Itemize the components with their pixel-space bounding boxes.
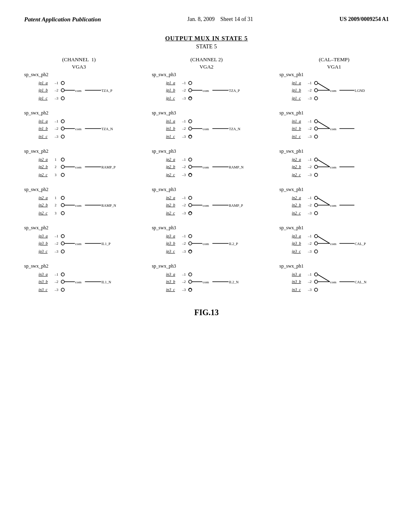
svg-point-12 (61, 97, 65, 100)
svg-text:in2_b: in2_b (166, 203, 175, 207)
sp-label-c3-5: sp_swx_ph1 (280, 225, 389, 231)
mux-diagram-c1-2: in1_a –1 in1_b –2 com TZA_N in1_c –3 (24, 118, 133, 141)
svg-text:–2: –2 (307, 165, 311, 169)
svg-point-229 (314, 280, 317, 283)
svg-text:–1: –1 (307, 119, 311, 123)
sp-label-c2-4: sp_swx_ph3 (152, 187, 261, 193)
svg-point-106 (189, 158, 192, 161)
block-c3-5: sp_swx_ph1 ip3_a –1 ip3_b –2 com CAL_P i… (280, 225, 389, 258)
svg-text:in1_c: in1_c (166, 134, 175, 139)
block-c2-5: sp_swx_ph3 ip3_a –1 ip3_b –2 com IL2_P i… (152, 225, 261, 258)
sp-label-c3-1: sp_swx_ph1 (280, 72, 389, 78)
svg-text:in2_b: in2_b (292, 203, 301, 207)
svg-point-41 (61, 196, 65, 200)
svg-text:TZA_N: TZA_N (229, 127, 241, 131)
svg-text:–2: –2 (307, 88, 311, 92)
svg-text:–1: –1 (54, 119, 58, 123)
svg-point-208 (314, 212, 317, 215)
svg-text:com: com (75, 242, 82, 246)
svg-point-38 (61, 173, 65, 177)
svg-text:ip3_c: ip3_c (39, 249, 48, 254)
svg-text:in2_c: in2_c (292, 211, 301, 215)
svg-text:–2: –2 (307, 280, 311, 284)
mux-diagram-c1-3: ip2_a 1 ip2_b 2 com RAMP_P ip2_c 3 (24, 156, 133, 179)
mux-diagram-c3-5: ip3_a –1 ip3_b –2 com CAL_P ip3_c –3 (280, 233, 389, 256)
svg-text:–2: –2 (307, 127, 311, 131)
svg-text:ip1_a: ip1_a (166, 81, 175, 85)
svg-text:in3_a: in3_a (292, 272, 301, 276)
header-date: Jan. 8, 2009 Sheet 14 of 31 (188, 16, 253, 23)
svg-point-158 (314, 81, 317, 85)
svg-point-172 (314, 120, 317, 123)
mux-diagram-c2-5: ip3_a –1 ip3_b –2 com IL2_P ip3_c –3 (152, 233, 261, 256)
sp-label-c2-1: sp_swx_ph3 (152, 72, 261, 78)
svg-text:in3_c: in3_c (166, 287, 175, 292)
svg-point-2 (61, 81, 65, 85)
figure-label: FIG.13 (24, 308, 389, 317)
svg-text:in3_a: in3_a (39, 272, 48, 276)
svg-text:TZA_P: TZA_P (102, 89, 113, 93)
svg-point-182 (314, 135, 317, 138)
svg-text:in2_b: in2_b (39, 203, 48, 207)
svg-text:com: com (330, 280, 336, 284)
svg-text:–3: –3 (54, 135, 59, 139)
svg-text:CAL_N: CAL_N (355, 280, 367, 284)
svg-text:–1: –1 (54, 234, 58, 238)
svg-point-236 (314, 288, 317, 291)
svg-line-212 (317, 236, 330, 243)
svg-text:–2: –2 (182, 165, 186, 169)
svg-text:1: 1 (55, 196, 57, 200)
block-c3-1: sp_swx_ph1 ip1_a –1 ip1_b –2 com LGND ip… (280, 72, 389, 104)
mux-diagram-c1-1: ip1_a –1 ip1_b –2 com TZA_P ip1_c –3 (24, 79, 133, 103)
sp-label-c1-4: sp_swx_ph2 (24, 187, 133, 193)
svg-text:ip3_c: ip3_c (292, 249, 301, 254)
svg-point-51 (61, 212, 65, 215)
svg-text:com: com (203, 242, 209, 246)
svg-point-83 (189, 89, 192, 92)
sp-label-c1-3: sp_swx_ph2 (24, 148, 133, 154)
svg-text:com: com (330, 89, 336, 93)
svg-text:–2: –2 (182, 241, 186, 245)
svg-line-159 (317, 83, 330, 90)
svg-text:–3: –3 (307, 96, 312, 100)
sp-label-c3-2: sp_swx_ph1 (280, 110, 389, 116)
svg-text:–2: –2 (307, 203, 311, 207)
mux-diagram-c3-6: in3_a –1 in3_b –2 com CAL_N in3_c –3 (280, 271, 389, 294)
svg-text:2: 2 (55, 203, 57, 207)
svg-text:com: com (203, 127, 209, 131)
svg-text:–1: –1 (307, 81, 311, 85)
block-c3-3: sp_swx_ph1 ip2_a –1 ip2_b –2 com ip2_c –… (280, 148, 389, 181)
svg-text:CAL_P: CAL_P (355, 242, 366, 246)
svg-text:ip3_a: ip3_a (292, 234, 301, 238)
svg-text:com: com (75, 89, 82, 93)
svg-text:ip2_a: ip2_a (292, 157, 301, 162)
svg-text:–3: –3 (307, 173, 312, 177)
sp-label-c1-5: sp_swx_ph2 (24, 225, 133, 231)
svg-text:IL1_P: IL1_P (102, 242, 111, 246)
mux-diagram-c1-5: ip3_a –1 ip3_b –2 com IL1_P ip3_c –3 (24, 233, 133, 256)
svg-line-173 (317, 121, 330, 129)
svg-text:RAMP_N: RAMP_N (229, 165, 244, 169)
svg-text:ip1_c: ip1_c (39, 96, 48, 100)
svg-text:ip1_a: ip1_a (39, 81, 48, 85)
sp-label-c3-6: sp_swx_ph1 (280, 263, 389, 269)
svg-text:in3_c: in3_c (292, 287, 301, 292)
svg-text:–1: –1 (307, 234, 311, 238)
block-c1-4: sp_swx_ph2 in2_a 1 in2_b 2 com RAMP_N in… (24, 187, 133, 219)
svg-point-215 (314, 242, 317, 245)
svg-point-169 (314, 97, 317, 100)
mux-diagram-c2-2: in1_a –1 in1_b –2 com TZA_N in1_c –3 (152, 118, 261, 141)
svg-point-28 (61, 158, 65, 161)
svg-point-5 (61, 89, 65, 92)
svg-point-122 (189, 204, 192, 207)
svg-text:–1: –1 (182, 196, 186, 200)
svg-text:in3_a: in3_a (166, 272, 175, 276)
svg-text:ip3_a: ip3_a (39, 234, 48, 238)
svg-point-185 (314, 158, 317, 161)
svg-text:LGND: LGND (355, 89, 365, 93)
svg-text:–3: –3 (182, 96, 186, 100)
svg-point-54 (61, 235, 65, 238)
svg-point-15 (61, 120, 65, 123)
svg-text:–3: –3 (54, 249, 59, 254)
svg-point-135 (189, 242, 192, 245)
